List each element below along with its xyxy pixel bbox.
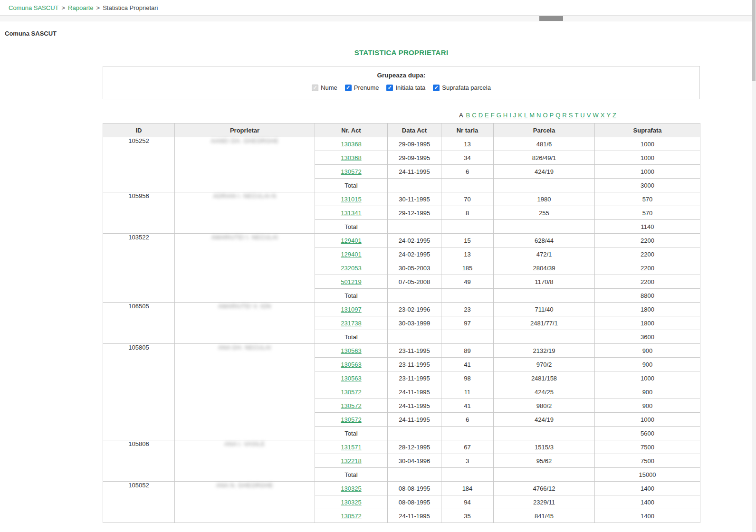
nr-act-cell: 130563 xyxy=(315,358,388,371)
act-link[interactable]: 132218 xyxy=(341,457,361,465)
act-link[interactable]: 130563 xyxy=(341,347,361,354)
alphabet-link-G[interactable]: G xyxy=(497,112,501,119)
act-link[interactable]: 130572 xyxy=(341,389,361,396)
alphabet-link-U[interactable]: U xyxy=(580,112,584,119)
parcela-cell: 424/25 xyxy=(494,385,595,399)
act-link[interactable]: 130572 xyxy=(341,402,361,409)
alphabet-link-R[interactable]: R xyxy=(562,112,566,119)
nr-tarla-cell: 6 xyxy=(441,165,494,179)
owner-id-cell: 105052 xyxy=(103,482,175,523)
act-link[interactable]: 130572 xyxy=(341,513,361,520)
nr-act-cell: 129401 xyxy=(315,234,388,247)
act-link[interactable]: 130368 xyxy=(341,154,361,162)
checkbox-prenume[interactable]: ✓ xyxy=(345,85,352,91)
parcela-cell: 4766/12 xyxy=(494,482,595,495)
breadcrumb-link-rapoarte[interactable]: Rapoarte xyxy=(68,4,93,11)
empty-cell xyxy=(441,427,494,440)
alphabet-link-T[interactable]: T xyxy=(574,112,578,119)
act-link[interactable]: 131571 xyxy=(341,444,361,451)
nr-act-cell: 130572 xyxy=(315,413,388,427)
alphabet-link-K[interactable]: K xyxy=(518,112,522,119)
alphabet-link-N[interactable]: N xyxy=(536,112,541,119)
alphabet-link-C[interactable]: C xyxy=(472,112,476,119)
nr-act-cell: 132218 xyxy=(315,454,388,468)
owner-name-cell: AANEI GH. GHEORGHE xyxy=(175,137,315,192)
parcela-cell: 481/6 xyxy=(494,137,595,151)
act-link[interactable]: 501219 xyxy=(341,278,361,285)
data-act-cell: 24-11-1995 xyxy=(388,385,441,399)
total-label-cell: Total xyxy=(315,220,388,234)
act-link[interactable]: 130325 xyxy=(341,485,361,492)
nr-tarla-cell: 34 xyxy=(441,151,494,165)
act-link[interactable]: 131097 xyxy=(341,306,361,313)
nr-tarla-cell: 94 xyxy=(441,495,494,509)
alphabet-link-M[interactable]: M xyxy=(529,112,535,119)
checkbox-initiala-tata[interactable]: ✓ xyxy=(386,85,393,91)
act-link[interactable]: 130563 xyxy=(341,361,361,368)
alphabet-link-D[interactable]: D xyxy=(478,112,483,119)
checkbox-suprafata-parcela[interactable]: ✓ xyxy=(433,85,440,91)
alphabet-link-W[interactable]: W xyxy=(593,112,598,119)
act-link[interactable]: 131015 xyxy=(341,196,361,203)
act-row: 103522AMARIUTEI I. NECULAI12940124-02-19… xyxy=(103,234,700,247)
alphabet-link-O[interactable]: O xyxy=(543,112,547,119)
act-link[interactable]: 130563 xyxy=(341,375,361,382)
breadcrumb-current: Statistica Proprietari xyxy=(103,4,158,11)
alphabet-link-Q[interactable]: Q xyxy=(555,112,560,119)
nr-tarla-cell: 6 xyxy=(441,413,494,427)
alphabet-link-X[interactable]: X xyxy=(601,112,605,119)
nr-tarla-cell: 98 xyxy=(441,371,494,385)
act-link[interactable]: 130572 xyxy=(341,168,361,175)
suprafata-cell: 2200 xyxy=(595,234,700,247)
nr-act-cell: 130572 xyxy=(315,399,388,413)
nr-tarla-cell: 49 xyxy=(441,275,494,289)
act-link[interactable]: 129401 xyxy=(341,237,361,244)
alphabet-link-I[interactable]: I xyxy=(509,112,511,119)
act-link[interactable]: 231738 xyxy=(341,320,361,327)
alphabet-link-Z[interactable]: Z xyxy=(612,112,616,119)
suprafata-cell: 900 xyxy=(595,399,700,413)
alphabet-link-B[interactable]: B xyxy=(466,112,470,119)
nr-act-cell: 130563 xyxy=(315,371,388,385)
alphabet-link-F[interactable]: F xyxy=(491,112,495,119)
suprafata-cell: 1400 xyxy=(595,482,700,495)
alphabet-link-L[interactable]: L xyxy=(524,112,527,119)
horizontal-scrollbar-thumb[interactable] xyxy=(539,16,563,21)
alphabet-link-P[interactable]: P xyxy=(550,112,554,119)
group-by-option-prenume[interactable]: ✓Prenume xyxy=(345,84,379,91)
data-act-cell: 24-11-1995 xyxy=(388,509,441,523)
act-link[interactable]: 130325 xyxy=(341,499,361,506)
alphabet-link-J[interactable]: J xyxy=(513,112,517,119)
alphabet-link-S[interactable]: S xyxy=(569,112,573,119)
owner-name: ANA I. VASILE xyxy=(225,441,265,447)
data-act-cell: 30-11-1995 xyxy=(388,192,441,206)
act-link[interactable]: 130572 xyxy=(341,416,361,423)
nr-act-cell: 130572 xyxy=(315,385,388,399)
group-by-option-suprafata-parcela[interactable]: ✓Suprafata parcela xyxy=(433,84,491,91)
breadcrumb-link-comuna[interactable]: Comuna SASCUT xyxy=(9,4,58,11)
empty-cell xyxy=(441,468,494,482)
act-link[interactable]: 232053 xyxy=(341,265,361,272)
vertical-scrollbar-thumb[interactable] xyxy=(752,0,756,81)
vertical-scrollbar[interactable] xyxy=(752,0,756,532)
data-act-cell: 29-09-1995 xyxy=(388,151,441,165)
alphabet-link-H[interactable]: H xyxy=(503,112,507,119)
suprafata-cell: 2200 xyxy=(595,247,700,261)
act-row: 106505AMARIUTEI V. ION13109723-02-199623… xyxy=(103,303,700,316)
suprafata-cell: 7500 xyxy=(595,454,700,468)
alphabet-link-E[interactable]: E xyxy=(485,112,489,119)
group-by-option-initiala-tata[interactable]: ✓Initiala tata xyxy=(386,84,425,91)
parcela-cell: 255 xyxy=(494,206,595,220)
alphabet-nav: ABCDEFGHIJKLMNOPQRSTUVWXYZ xyxy=(103,112,700,119)
owner-name-cell: AMARIUTEI I. NECULAI xyxy=(175,234,315,303)
table-header-row: IDProprietarNr. ActData ActNr tarlaParce… xyxy=(103,124,700,137)
act-link[interactable]: 131341 xyxy=(341,209,361,217)
horizontal-scrollbar[interactable] xyxy=(0,16,756,21)
alphabet-link-Y[interactable]: Y xyxy=(606,112,611,119)
total-value-cell: 1140 xyxy=(595,220,700,234)
nr-act-cell: 501219 xyxy=(315,275,388,289)
alphabet-link-V[interactable]: V xyxy=(587,112,591,119)
act-link[interactable]: 130368 xyxy=(341,141,361,148)
checkbox-label: Initiala tata xyxy=(395,84,425,91)
act-link[interactable]: 129401 xyxy=(341,251,361,258)
